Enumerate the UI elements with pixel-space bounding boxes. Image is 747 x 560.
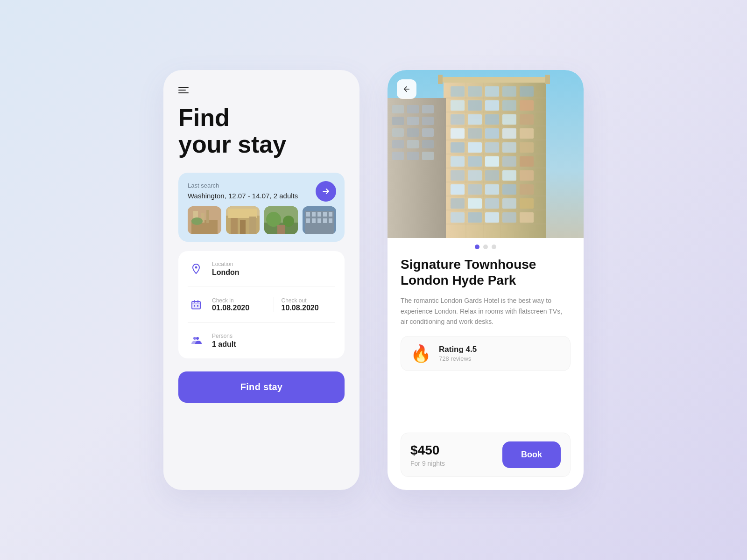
rating-reviews: 728 reviews [439,355,477,362]
back-button[interactable] [397,79,416,99]
fire-icon: 🔥 [410,345,431,362]
svg-rect-5 [206,210,209,223]
calendar-icon [188,296,204,313]
svg-rect-26 [317,218,321,223]
svg-rect-54 [502,114,516,125]
svg-rect-115 [407,152,419,160]
svg-rect-50 [520,100,534,111]
checkin-field: Check in 01.08.2020 [212,297,266,312]
svg-rect-81 [451,198,465,209]
svg-rect-110 [422,128,434,137]
dot-2[interactable] [483,245,488,249]
hotel-card-body: Signature Townhouse London Hyde Park The… [388,253,584,490]
hotel-image [388,70,584,238]
book-button[interactable]: Book [502,441,561,468]
hotel-name: Signature Townhouse London Hyde Park [401,257,571,288]
svg-rect-11 [249,217,256,234]
svg-rect-74 [502,170,516,181]
svg-rect-90 [520,212,534,223]
svg-rect-42 [468,86,482,97]
svg-rect-122 [438,75,443,84]
dates-row[interactable]: Check in 01.08.2020 Check out 10.08.2020 [188,287,335,323]
price-nights: For 9 nights [410,460,445,467]
svg-rect-82 [468,198,482,209]
last-search-query: Washington, 12.07 - 14.07, 2 adults [188,192,335,200]
svg-rect-32 [194,300,195,303]
persons-value: 1 adult [212,340,335,349]
search-thumbnails [188,206,335,234]
svg-rect-121 [443,77,547,83]
svg-rect-72 [468,170,482,181]
svg-rect-57 [468,128,482,139]
svg-rect-85 [520,198,534,209]
svg-point-14 [266,212,281,227]
location-fields: Location London [212,261,335,277]
checkout-field: Check out 10.08.2020 [282,297,336,312]
thumbnail-1 [188,206,221,234]
svg-rect-116 [422,152,434,160]
svg-rect-23 [329,212,332,217]
svg-rect-22 [323,212,327,217]
svg-rect-73 [485,170,499,181]
location-value: London [212,268,335,277]
svg-rect-63 [485,142,499,153]
svg-rect-111 [392,140,404,148]
svg-rect-34 [192,303,200,304]
rating-text: Rating 4.5 728 reviews [439,345,477,362]
svg-rect-62 [468,142,482,153]
location-row[interactable]: Location London [188,251,335,287]
svg-rect-43 [485,86,499,97]
svg-rect-46 [451,100,465,111]
svg-rect-84 [502,198,516,209]
svg-rect-52 [468,114,482,125]
svg-rect-24 [306,218,310,223]
svg-rect-108 [392,128,404,137]
dot-1[interactable] [475,245,479,249]
rating-card: 🔥 Rating 4.5 728 reviews [401,336,571,371]
thumbnail-4 [303,206,336,234]
svg-rect-109 [407,128,419,137]
svg-rect-48 [485,100,499,111]
svg-rect-106 [407,117,419,125]
svg-rect-83 [485,198,499,209]
svg-rect-47 [468,100,482,111]
svg-rect-21 [317,212,321,217]
svg-rect-102 [392,105,404,113]
svg-point-38 [196,337,199,340]
checkin-label: Check in [212,297,266,304]
svg-rect-10 [240,220,246,234]
svg-rect-87 [468,212,482,223]
svg-rect-107 [422,117,434,125]
hero-title: Find your stay [178,105,345,158]
dot-3[interactable] [492,245,496,249]
persons-row[interactable]: Persons 1 adult [188,323,335,358]
svg-rect-69 [502,156,516,167]
svg-rect-78 [485,184,499,195]
svg-rect-64 [502,142,516,153]
svg-rect-89 [502,212,516,223]
svg-rect-28 [329,218,332,223]
svg-rect-36 [197,305,198,307]
find-stay-button[interactable]: Find stay [178,371,345,403]
dates-fields: Check in 01.08.2020 Check out 10.08.2020 [212,297,335,312]
svg-rect-66 [451,156,465,167]
rating-value: Rating 4.5 [439,345,477,354]
svg-rect-77 [468,184,482,195]
svg-rect-104 [422,105,434,113]
svg-point-37 [193,337,196,340]
svg-rect-55 [520,114,534,125]
date-divider [274,297,274,312]
svg-rect-19 [306,212,310,217]
menu-icon[interactable] [178,87,345,93]
persons-label: Persons [212,333,335,339]
search-card: Find your stay Last search Washington, 1… [163,70,359,490]
svg-rect-58 [485,128,499,139]
persons-icon [188,332,204,349]
hotel-description: The romantic London Gards Hotel is the b… [401,295,571,327]
checkin-value: 01.08.2020 [212,304,266,312]
svg-rect-65 [520,142,534,153]
svg-rect-20 [312,212,316,217]
svg-rect-16 [277,225,285,234]
svg-rect-9 [231,218,238,234]
svg-rect-45 [520,86,534,97]
